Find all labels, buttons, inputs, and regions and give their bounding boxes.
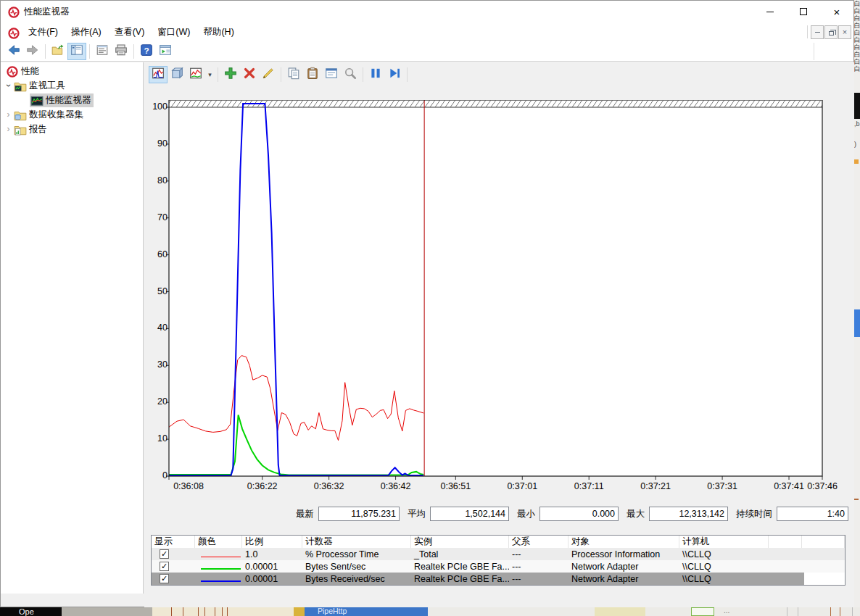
- delete-counter-button[interactable]: [240, 66, 259, 83]
- y-axis-label: 90: [144, 138, 168, 149]
- paste-counter-list-button[interactable]: [303, 66, 322, 83]
- back-arrow-button[interactable]: [4, 43, 23, 60]
- object-cell: Network Adapter: [568, 562, 679, 572]
- chevron-right-icon[interactable]: ›: [4, 124, 13, 134]
- column-header-6[interactable]: 对象: [568, 536, 679, 548]
- background-dark-block: [854, 93, 860, 119]
- column-header-7[interactable]: 计算机: [679, 536, 769, 548]
- tree-item-highlight: 性能监视器: [30, 93, 94, 107]
- help-button[interactable]: ?: [137, 43, 156, 60]
- child-close-button[interactable]: ×: [838, 25, 851, 39]
- chevron-right-icon[interactable]: ›: [4, 109, 13, 120]
- performance-graph[interactable]: [166, 100, 828, 484]
- print-button[interactable]: [112, 43, 131, 60]
- title-bar: 性能监视器 ×: [1, 1, 853, 22]
- up-folder-button[interactable]: [49, 43, 67, 60]
- column-header-3[interactable]: 计数器: [302, 536, 411, 548]
- child-minimize-icon: [815, 32, 820, 33]
- graph-type-dropdown-button[interactable]: ▾: [205, 66, 215, 83]
- highlight-icon: [262, 67, 275, 83]
- update-data-icon: [388, 67, 401, 83]
- column-header-1[interactable]: 颜色: [195, 536, 242, 548]
- update-data-button[interactable]: [385, 66, 404, 83]
- column-header-5[interactable]: 父系: [509, 536, 568, 548]
- min-label: 最小: [517, 508, 535, 520]
- child-restore-button[interactable]: [824, 25, 838, 39]
- counter-row[interactable]: ✓0.00001Bytes Received/secRealtek PCIe G…: [152, 573, 845, 585]
- computer-cell: \\CLLQ: [679, 549, 769, 559]
- folder-chart-icon: [14, 80, 26, 91]
- x-axis-label: 0:37:21: [635, 481, 676, 491]
- perfmon-app-icon: [7, 6, 19, 17]
- computer-cell: \\CLLQ: [679, 574, 769, 584]
- copy-properties-button[interactable]: [284, 66, 303, 83]
- show-hide-pane-button[interactable]: [156, 43, 175, 60]
- background-char-fragment: 白: [854, 14, 860, 22]
- counter-row[interactable]: ✓1.0% Processor Time_Total---Processor I…: [152, 548, 845, 560]
- computer-cell: \\CLLQ: [679, 562, 769, 572]
- instance-cell: _Total: [411, 549, 509, 559]
- column-header-4[interactable]: 实例: [411, 536, 509, 548]
- tree-item-highlight: 性能: [5, 64, 41, 78]
- maximize-button[interactable]: [787, 1, 820, 22]
- tree-item-root[interactable]: 性能: [1, 64, 143, 78]
- column-header-2[interactable]: 比例: [242, 536, 302, 548]
- column-header-0[interactable]: 显示: [152, 536, 195, 548]
- freeze-display-icon: [369, 67, 382, 83]
- y-axis-label: 20: [144, 396, 168, 407]
- max-value: 12,313,142: [649, 507, 728, 521]
- view-current-activity-button[interactable]: [149, 66, 168, 83]
- menu-item-v[interactable]: 查看(V): [108, 22, 152, 41]
- column-header-spacer: [769, 536, 802, 548]
- background-text-block: [595, 607, 645, 616]
- view-current-activity-icon: [152, 67, 165, 83]
- export-list-button[interactable]: [93, 43, 112, 60]
- counter-table-header: 显示颜色比例计数器实例父系对象计算机: [152, 536, 845, 548]
- background-icon-fragment: [854, 159, 859, 164]
- average-value: 1,502,144: [430, 507, 509, 521]
- add-counter-icon: [224, 67, 237, 83]
- console-tree-toggle-button[interactable]: [67, 43, 86, 60]
- menu-item-w[interactable]: 窗口(W): [151, 22, 197, 41]
- chart-toolbar: ▾: [149, 65, 410, 84]
- close-button[interactable]: ×: [820, 1, 853, 22]
- window-title: 性能监视器: [24, 6, 70, 18]
- properties-button[interactable]: [322, 66, 341, 83]
- x-axis-label: 0:37:46: [802, 481, 843, 491]
- tree-item-perfmon-item[interactable]: 性能监视器: [1, 93, 143, 107]
- chevron-down-icon[interactable]: ›: [4, 80, 13, 91]
- menu-item-h[interactable]: 帮助(H): [197, 22, 240, 41]
- background-pipehttp-label: PipeHttp: [305, 607, 428, 616]
- view-log-data-button[interactable]: [168, 66, 186, 83]
- counter-row[interactable]: ✓0.00001Bytes Sent/secRealtek PCIe GBE F…: [152, 560, 845, 573]
- tree-item-folder-report[interactable]: ›报告: [1, 122, 143, 136]
- min-value: 0.000: [539, 507, 619, 521]
- show-checkbox[interactable]: ✓: [160, 562, 169, 571]
- x-axis-label: 0:36:42: [376, 481, 416, 491]
- folder-report-icon: [14, 123, 26, 135]
- x-axis-label: 0:37:31: [702, 481, 743, 491]
- freeze-display-button[interactable]: [366, 66, 385, 83]
- add-counter-button[interactable]: [221, 66, 240, 83]
- background-line: [830, 607, 831, 616]
- change-graph-type-button[interactable]: [186, 66, 205, 83]
- show-checkbox[interactable]: ✓: [160, 574, 169, 583]
- highlight-button[interactable]: [259, 66, 278, 83]
- show-checkbox[interactable]: ✓: [160, 549, 169, 559]
- child-minimize-button[interactable]: [811, 25, 824, 39]
- toolbar-separator: [133, 44, 134, 59]
- y-axis-label: 40: [144, 322, 168, 333]
- minimize-button[interactable]: [753, 1, 787, 22]
- x-axis-label: 0:36:08: [168, 481, 209, 491]
- background-char-fragment: 白: [854, 29, 860, 36]
- color-swatch: [201, 580, 241, 582]
- latest-label: 最新: [296, 508, 314, 520]
- tree-item-folder-chart[interactable]: ›监视工具: [1, 78, 143, 93]
- zoom-button[interactable]: [341, 66, 360, 83]
- background-char-fragment: 白: [854, 36, 860, 43]
- tree-item-folder-db[interactable]: ›数据收集器集: [1, 107, 143, 122]
- forward-arrow-button[interactable]: [23, 43, 42, 60]
- menu-item-f[interactable]: 文件(F): [22, 22, 65, 41]
- menu-item-a[interactable]: 操作(A): [65, 22, 108, 41]
- color-cell: [195, 574, 242, 584]
